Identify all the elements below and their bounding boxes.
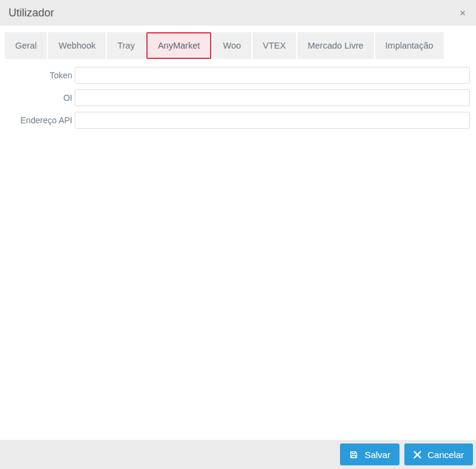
- form-row-endereco-api: Endereço API: [0, 112, 476, 129]
- tab-vtex[interactable]: VTEX: [253, 32, 296, 59]
- tab-anymarket[interactable]: AnyMarket: [146, 32, 211, 59]
- dialog-footer: Salvar Cancelar: [0, 440, 476, 469]
- dialog-header: Utilizador ×: [0, 0, 476, 26]
- tab-webhook[interactable]: Webhook: [48, 32, 106, 59]
- endereco-api-label: Endereço API: [0, 115, 75, 125]
- save-button[interactable]: Salvar: [340, 443, 399, 465]
- tab-implantacao[interactable]: Implantação: [375, 32, 444, 59]
- cancel-x-icon: [413, 451, 421, 459]
- token-input[interactable]: [75, 67, 470, 84]
- token-label: Token: [0, 70, 75, 80]
- tab-woo[interactable]: Woo: [212, 32, 251, 59]
- tab-geral[interactable]: Geral: [5, 32, 47, 59]
- endereco-api-input[interactable]: [75, 112, 470, 129]
- tab-panel-anymarket: Token OI Endereço API: [0, 59, 476, 440]
- form-row-token: Token: [0, 67, 476, 84]
- cancel-button[interactable]: Cancelar: [404, 443, 473, 465]
- tab-bar: Geral Webhook Tray AnyMarket Woo VTEX Me…: [5, 32, 471, 59]
- form-row-oi: OI: [0, 89, 476, 106]
- tab-tray[interactable]: Tray: [107, 32, 144, 59]
- dialog-title: Utilizador: [8, 7, 54, 19]
- cancel-button-label: Cancelar: [427, 450, 464, 460]
- utilizador-dialog: Utilizador × Geral Webhook Tray AnyMarke…: [0, 0, 476, 469]
- save-button-label: Salvar: [364, 450, 390, 460]
- close-icon[interactable]: ×: [460, 8, 466, 18]
- tab-mercado-livre[interactable]: Mercado Livre: [298, 32, 374, 59]
- oi-input[interactable]: [75, 89, 470, 106]
- save-icon: [349, 450, 358, 459]
- oi-label: OI: [0, 93, 75, 103]
